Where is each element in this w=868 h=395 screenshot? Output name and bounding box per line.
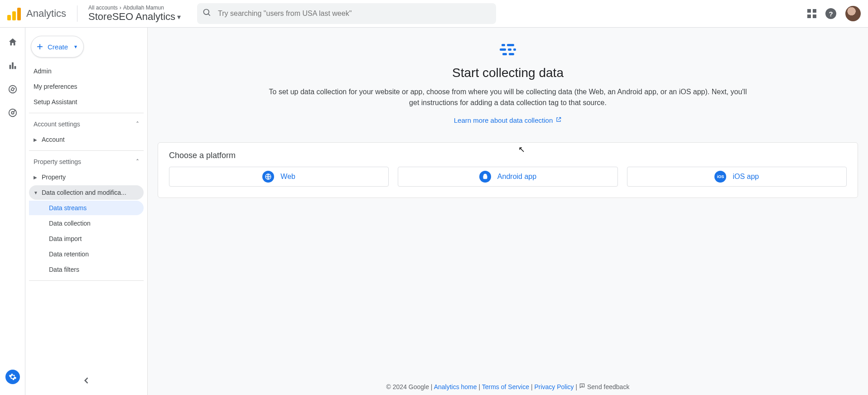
send-feedback-button[interactable]: Send feedback	[579, 383, 629, 390]
platform-web-button[interactable]: Web	[169, 167, 389, 187]
svg-point-6	[9, 109, 16, 117]
svg-rect-9	[507, 44, 514, 46]
divider	[29, 113, 144, 113]
svg-point-7	[11, 111, 14, 114]
feedback-label: Send feedback	[587, 383, 629, 390]
reports-icon[interactable]	[7, 60, 18, 71]
platform-card: Choose a platform Web Android app iOS iO…	[158, 142, 858, 198]
copyright: © 2024 Google	[386, 383, 429, 390]
svg-rect-13	[502, 53, 507, 55]
chevron-up-icon: ˄	[136, 158, 139, 165]
external-link-icon	[555, 116, 562, 124]
caret-down-icon: ▾	[177, 13, 181, 21]
ios-icon: iOS	[714, 171, 726, 183]
app-header: Analytics All accounts › Abdullah Mamun …	[0, 0, 868, 28]
avatar[interactable]	[845, 6, 861, 21]
header-actions: ?	[807, 6, 861, 21]
create-button[interactable]: + Create ▾	[31, 36, 84, 58]
account-switcher[interactable]: All accounts › Abdullah Mamun StoreSEO A…	[88, 5, 181, 23]
search-icon	[203, 8, 212, 19]
tree-item-data-collection-mod[interactable]: ▼ Data collection and modifica...	[29, 185, 144, 200]
group-account-settings[interactable]: Account settings ˄	[29, 117, 144, 131]
subnav-data-streams[interactable]: Data streams	[29, 201, 144, 215]
subnav-data-collection[interactable]: Data collection	[29, 216, 144, 231]
apps-icon[interactable]	[807, 9, 816, 18]
explore-icon[interactable]	[7, 84, 18, 95]
analytics-logo-icon	[7, 7, 21, 20]
help-icon[interactable]: ?	[825, 8, 836, 19]
globe-icon	[262, 171, 274, 183]
divider	[29, 150, 144, 151]
svg-point-17	[582, 386, 583, 386]
platform-web-label: Web	[280, 173, 295, 181]
svg-rect-11	[508, 48, 511, 51]
learn-more-link[interactable]: Learn more about data collection	[454, 116, 562, 124]
home-icon[interactable]	[7, 37, 18, 48]
footer-link-tos[interactable]: Terms of Service	[482, 383, 529, 390]
breadcrumb-accounts: All accounts	[88, 5, 118, 11]
page-title: Start collecting data	[452, 66, 564, 80]
tree-label: Account	[42, 136, 65, 143]
sidebar-item-preferences[interactable]: My preferences	[29, 79, 144, 94]
create-label: Create	[48, 43, 68, 51]
breadcrumb-user: Abdullah Mamun	[123, 5, 164, 11]
caret-down-icon: ▾	[74, 43, 77, 50]
breadcrumb: All accounts › Abdullah Mamun	[88, 5, 181, 11]
tree-item-property[interactable]: ▶ Property	[29, 170, 144, 184]
svg-rect-4	[14, 66, 16, 69]
platform-android-button[interactable]: Android app	[398, 167, 617, 187]
feedback-icon	[579, 383, 585, 390]
learn-more-text: Learn more about data collection	[454, 116, 553, 124]
svg-point-5	[9, 86, 16, 93]
svg-rect-8	[502, 44, 505, 46]
subnav-data-import[interactable]: Data import	[29, 231, 144, 246]
advertising-icon[interactable]	[7, 107, 18, 118]
android-icon	[479, 171, 491, 183]
subnav-data-filters[interactable]: Data filters	[29, 262, 144, 277]
platform-android-label: Android app	[497, 173, 536, 181]
divider	[77, 5, 77, 22]
chevron-up-icon: ˄	[136, 120, 139, 128]
arrow-right-icon: ▶	[34, 175, 39, 180]
svg-rect-14	[509, 53, 514, 55]
tree-item-account[interactable]: ▶ Account	[29, 132, 144, 147]
tree-label: Data collection and modifica...	[42, 189, 126, 196]
svg-rect-10	[500, 48, 506, 51]
logo[interactable]: Analytics	[7, 7, 66, 20]
divider	[29, 280, 144, 281]
group-label: Property settings	[34, 158, 81, 165]
main-content: Start collecting data To set up data col…	[148, 28, 868, 395]
chevron-right-icon: ›	[120, 5, 121, 11]
sidebar-item-admin[interactable]: Admin	[29, 64, 144, 78]
arrow-right-icon: ▶	[34, 137, 39, 142]
svg-rect-3	[12, 63, 14, 69]
svg-rect-2	[9, 65, 11, 69]
data-stream-icon	[499, 41, 517, 59]
admin-gear-icon[interactable]	[5, 370, 20, 384]
plus-icon: +	[37, 41, 43, 52]
nav-rail	[0, 28, 25, 395]
group-label: Account settings	[34, 120, 80, 128]
page-description: To set up data collection for your websi…	[268, 87, 748, 108]
svg-rect-12	[513, 48, 516, 51]
svg-line-1	[208, 14, 210, 16]
platform-ios-button[interactable]: iOS iOS app	[627, 167, 847, 187]
footer-link-home[interactable]: Analytics home	[434, 383, 477, 390]
tree-label: Property	[42, 173, 66, 181]
product-name: Analytics	[26, 8, 66, 19]
sidebar-item-setup-assistant[interactable]: Setup Assistant	[29, 95, 144, 109]
platform-ios-label: iOS app	[733, 173, 759, 181]
arrow-down-icon: ▼	[34, 190, 39, 195]
footer-link-privacy[interactable]: Privacy Policy	[534, 383, 574, 390]
group-property-settings[interactable]: Property settings ˄	[29, 154, 144, 169]
choose-platform-title: Choose a platform	[169, 151, 847, 160]
admin-sidebar: + Create ▾ Admin My preferences Setup As…	[25, 28, 148, 395]
collapse-sidebar-icon[interactable]	[78, 372, 95, 390]
search-input[interactable]	[218, 10, 491, 18]
property-name: StoreSEO Analytics	[88, 11, 175, 23]
footer: © 2024 Google | Analytics home | Terms o…	[148, 383, 868, 390]
search-bar[interactable]	[197, 3, 496, 24]
svg-point-0	[204, 10, 209, 15]
subnav-data-retention[interactable]: Data retention	[29, 247, 144, 261]
